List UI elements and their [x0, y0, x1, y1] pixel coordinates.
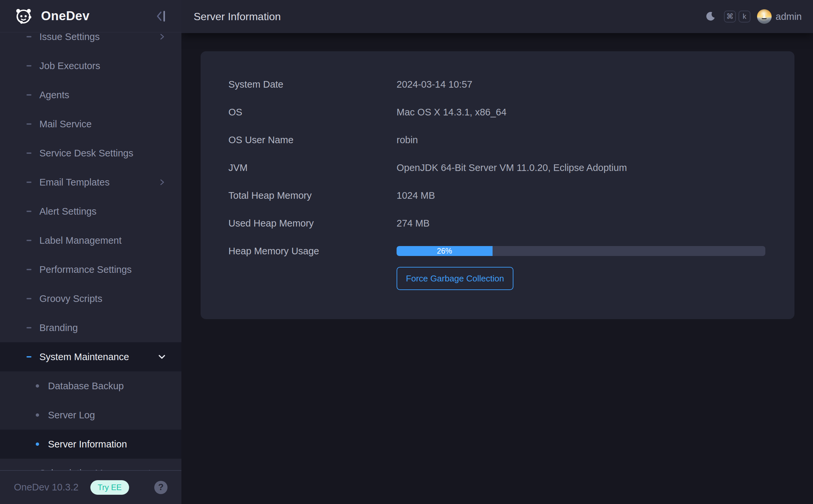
sidebar-item-label: Subscription Management [39, 468, 166, 471]
username-label[interactable]: admin [776, 11, 802, 22]
sidebar-item-label-management[interactable]: Label Management [0, 226, 181, 255]
sidebar-footer: OneDev 10.3.2 Try EE ? [0, 470, 181, 504]
info-row-heap-memory-usage: Heap Memory Usage 26% [229, 237, 765, 265]
sidebar-item-label: Server Log [48, 410, 166, 421]
onedev-logo-icon [14, 7, 33, 26]
topbar-actions: ⌘ k admin [705, 9, 802, 24]
sidebar-item-label: Alert Settings [39, 206, 166, 217]
sidebar-item-groovy-scripts[interactable]: Groovy Scripts [0, 284, 181, 313]
main-content: System Date 2024-03-14 10:57 OS Mac OS X… [181, 33, 813, 504]
sidebar-item-label: System Maintenance [39, 352, 157, 362]
info-value: 1024 MB [397, 190, 435, 201]
version-label: OneDev 10.3.2 [14, 482, 78, 493]
sidebar-item-server-log[interactable]: Server Log [0, 400, 181, 430]
info-value: 274 MB [397, 218, 430, 229]
info-row-total-heap-memory: Total Heap Memory 1024 MB [229, 182, 765, 209]
dash-icon [26, 152, 31, 154]
bullet-icon [36, 413, 39, 417]
info-label: Used Heap Memory [229, 218, 397, 229]
dash-icon [26, 240, 31, 241]
chevron-right-icon [158, 178, 166, 186]
sidebar-item-issue-settings[interactable]: Issue Settings [0, 33, 181, 51]
sidebar-item-mail-service[interactable]: Mail Service [0, 109, 181, 139]
dash-icon [26, 211, 31, 212]
sidebar-item-subscription-management[interactable]: Subscription Management [0, 459, 181, 470]
sidebar-item-server-information[interactable]: Server Information [0, 430, 181, 459]
sailboat-hull [762, 18, 767, 19]
sidebar-item-performance-settings[interactable]: Performance Settings [0, 255, 181, 284]
sidebar-item-label: Database Backup [48, 381, 166, 392]
dash-icon [26, 269, 31, 270]
dash-icon [26, 356, 31, 357]
info-label: System Date [229, 79, 397, 90]
info-value: OpenJDK 64-Bit Server VM 11.0.20, Eclips… [397, 162, 627, 173]
dash-icon [26, 298, 31, 299]
sidebar-item-label: Service Desk Settings [39, 148, 166, 159]
info-value: Mac OS X 14.3.1, x86_64 [397, 107, 506, 118]
app-name: OneDev [41, 9, 90, 23]
sidebar-item-label: Label Management [39, 235, 166, 246]
dash-icon [26, 94, 31, 96]
help-icon[interactable]: ? [154, 481, 167, 494]
dash-icon [26, 65, 31, 66]
sidebar-item-database-backup[interactable]: Database Backup [0, 371, 181, 400]
try-ee-badge[interactable]: Try EE [90, 480, 129, 495]
dash-icon [26, 182, 31, 183]
sidebar-nav: Issue Settings Job Executors Agents Mail… [0, 33, 181, 470]
dash-icon [26, 123, 31, 125]
info-label: Heap Memory Usage [229, 246, 397, 257]
sidebar-item-label: Performance Settings [39, 264, 166, 275]
sidebar-item-label: Email Templates [39, 177, 158, 188]
info-row-used-heap-memory: Used Heap Memory 274 MB [229, 209, 765, 237]
sidebar-item-email-templates[interactable]: Email Templates [0, 168, 181, 197]
sidebar-nav-list: Issue Settings Job Executors Agents Mail… [0, 33, 181, 470]
user-avatar[interactable] [757, 9, 772, 24]
sidebar-item-alert-settings[interactable]: Alert Settings [0, 197, 181, 226]
dark-mode-moon-icon[interactable] [705, 11, 716, 22]
info-row-system-date: System Date 2024-03-14 10:57 [229, 70, 765, 98]
info-label: Total Heap Memory [229, 190, 397, 201]
sidebar-item-branding[interactable]: Branding [0, 313, 181, 342]
server-info-card: System Date 2024-03-14 10:57 OS Mac OS X… [200, 51, 794, 319]
dash-icon [26, 36, 31, 37]
bullet-icon [36, 442, 39, 446]
k-key-icon[interactable]: k [739, 11, 750, 22]
info-label: OS [229, 107, 397, 118]
sidebar-item-system-maintenance[interactable]: System Maintenance [0, 342, 181, 371]
info-value: 2024-03-14 10:57 [397, 79, 472, 90]
bullet-icon [36, 384, 39, 388]
info-row-os: OS Mac OS X 14.3.1, x86_64 [229, 98, 765, 126]
sidebar-item-label: Issue Settings [39, 33, 158, 42]
info-label: JVM [229, 162, 397, 173]
sidebar-item-label: Server Information [48, 439, 166, 450]
sidebar-item-label: Mail Service [39, 119, 166, 130]
sidebar: OneDev Issue Settings Job Executors Agen… [0, 0, 181, 504]
chevron-down-icon [157, 353, 166, 361]
heap-usage-progress-bar: 26% [397, 246, 765, 256]
gc-button-row: Force Garbage Collection [229, 267, 765, 290]
info-value: robin [397, 135, 418, 146]
cmd-key-icon[interactable]: ⌘ [724, 11, 736, 22]
topbar: Server Information ⌘ k admin [181, 0, 813, 33]
force-garbage-collection-button[interactable]: Force Garbage Collection [397, 267, 513, 290]
info-row-os-user-name: OS User Name robin [229, 126, 765, 154]
heap-usage-progress-fill: 26% [397, 246, 492, 256]
heap-usage-percent-label: 26% [437, 247, 452, 256]
info-row-jvm: JVM OpenJDK 64-Bit Server VM 11.0.20, Ec… [229, 154, 765, 182]
sidebar-item-label: Job Executors [39, 61, 166, 71]
sidebar-item-label: Agents [39, 90, 166, 101]
page-title: Server Information [193, 11, 281, 23]
sidebar-collapse-button[interactable] [155, 9, 168, 23]
sidebar-header: OneDev [0, 0, 181, 32]
dash-icon [26, 327, 31, 328]
system-maintenance-submenu: Database Backup Server Log Server Inform… [0, 371, 181, 459]
chevron-right-icon [158, 33, 166, 41]
sidebar-item-job-executors[interactable]: Job Executors [0, 51, 181, 80]
sidebar-item-agents[interactable]: Agents [0, 80, 181, 109]
sidebar-item-label: Branding [39, 322, 166, 333]
info-label: OS User Name [229, 135, 397, 146]
sailboat-image [763, 13, 766, 18]
sidebar-item-service-desk-settings[interactable]: Service Desk Settings [0, 139, 181, 168]
sidebar-item-label: Groovy Scripts [39, 293, 166, 304]
